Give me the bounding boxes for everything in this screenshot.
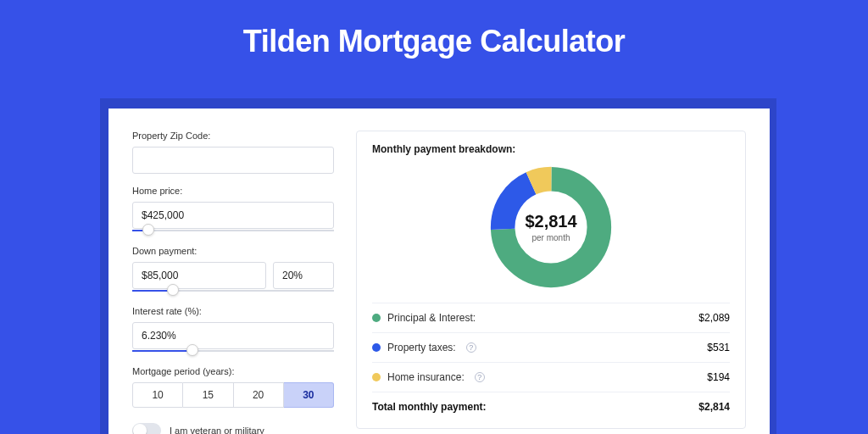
calculator-card: Property Zip Code: Home price: Down paym…: [108, 108, 770, 434]
donut-sub: per month: [531, 233, 570, 242]
slider-track: [132, 230, 334, 231]
form-column: Property Zip Code: Home price: Down paym…: [132, 131, 334, 434]
price-slider[interactable]: [132, 227, 334, 234]
donut-wrap: $2,814 per month: [372, 164, 730, 291]
period-option-20[interactable]: 20: [234, 382, 284, 408]
field-interest-rate: Interest rate (%):: [132, 306, 334, 354]
veteran-row: I am veteran or military: [132, 423, 334, 434]
rate-slider[interactable]: [132, 348, 334, 354]
price-label: Home price:: [132, 186, 334, 196]
price-input[interactable]: [132, 202, 334, 229]
legend-value: $531: [707, 342, 730, 353]
field-down-payment: Down payment:: [132, 246, 334, 294]
legend-label: Property taxes:: [387, 342, 456, 353]
veteran-toggle[interactable]: [132, 423, 161, 434]
down-percent-input[interactable]: [273, 262, 334, 289]
breakdown-panel: Monthly payment breakdown: $2,814 per mo…: [356, 131, 746, 429]
period-label: Mortgage period (years):: [132, 366, 334, 376]
legend-dot-icon: [372, 373, 381, 381]
slider-fill: [132, 350, 192, 352]
legend-dot-icon: [372, 314, 381, 322]
help-icon[interactable]: ?: [466, 342, 476, 353]
down-slider[interactable]: [132, 287, 334, 294]
down-amount-input[interactable]: [132, 262, 266, 289]
slider-thumb[interactable]: [142, 224, 154, 236]
donut-amount: $2,814: [525, 212, 576, 231]
period-option-10[interactable]: 10: [132, 382, 183, 408]
zip-input[interactable]: [132, 147, 334, 174]
total-row: Total monthly payment: $2,814: [372, 392, 730, 413]
legend-list: Principal & Interest:$2,089Property taxe…: [372, 303, 730, 392]
total-value: $2,814: [698, 401, 730, 413]
help-icon[interactable]: ?: [475, 372, 485, 382]
donut-chart: $2,814 per month: [487, 164, 615, 291]
legend-left: Property taxes:?: [372, 342, 476, 353]
total-label: Total monthly payment:: [372, 401, 486, 413]
slider-thumb[interactable]: [186, 344, 198, 356]
legend-label: Principal & Interest:: [387, 312, 476, 324]
legend-left: Principal & Interest:: [372, 312, 476, 324]
veteran-label: I am veteran or military: [170, 426, 264, 434]
breakdown-title: Monthly payment breakdown:: [372, 143, 730, 155]
toggle-knob: [133, 424, 147, 434]
legend-value: $2,089: [698, 312, 730, 324]
field-mortgage-period: Mortgage period (years): 10152030: [132, 366, 334, 408]
breakdown-column: Monthly payment breakdown: $2,814 per mo…: [356, 131, 746, 434]
slider-thumb[interactable]: [167, 284, 179, 296]
legend-dot-icon: [372, 343, 381, 352]
zip-label: Property Zip Code:: [132, 131, 334, 141]
field-home-price: Home price:: [132, 186, 334, 234]
down-label: Down payment:: [132, 246, 334, 256]
legend-value: $194: [707, 371, 730, 383]
legend-row: Property taxes:?$531: [372, 332, 730, 362]
period-option-15[interactable]: 15: [183, 382, 233, 408]
period-segments: 10152030: [132, 382, 334, 408]
legend-label: Home insurance:: [387, 371, 465, 383]
donut-center: $2,814 per month: [487, 164, 615, 291]
legend-row: Principal & Interest:$2,089: [372, 303, 730, 332]
rate-input[interactable]: [132, 322, 334, 349]
legend-row: Home insurance:?$194: [372, 362, 730, 392]
field-zip: Property Zip Code:: [132, 131, 334, 174]
rate-label: Interest rate (%):: [132, 306, 334, 316]
legend-left: Home insurance:?: [372, 371, 485, 383]
period-option-30[interactable]: 30: [284, 382, 334, 408]
page-title: Tilden Mortgage Calculator: [0, 0, 868, 76]
